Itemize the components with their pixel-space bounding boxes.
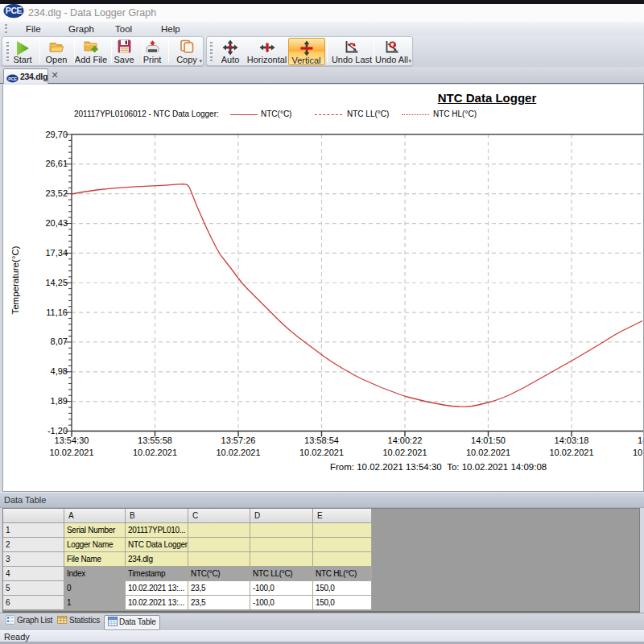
svg-text:PCE: PCE bbox=[6, 6, 23, 15]
svg-text:PCE: PCE bbox=[8, 76, 17, 81]
